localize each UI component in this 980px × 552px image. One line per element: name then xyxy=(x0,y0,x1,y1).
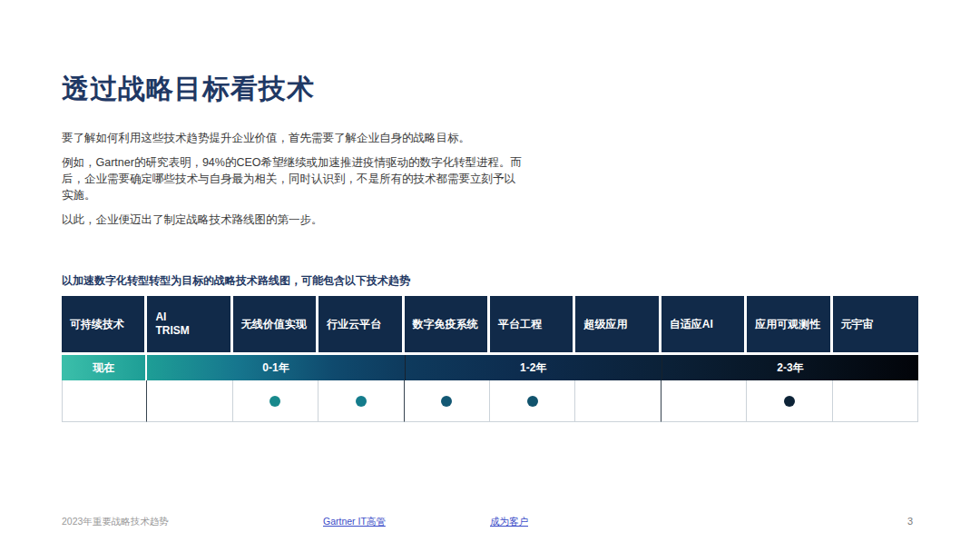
trend-column-header: 无线价值实现 xyxy=(233,296,318,352)
trend-dot-cell xyxy=(747,380,832,422)
intro-paragraph-2: 例如，Gartner的研究表明，94%的CEO希望继续或加速推进疫情驱动的数字化… xyxy=(62,154,526,203)
intro-paragraph-1: 要了解如何利用这些技术趋势提升企业价值，首先需要了解企业自身的战略目标。 xyxy=(62,130,526,146)
trend-empty-cell xyxy=(62,380,147,422)
roadmap-caption: 以加速数字化转型转型为目标的战略技术路线图，可能包含以下技术趋势 xyxy=(62,273,410,289)
trend-column-header: 平台工程 xyxy=(490,296,575,352)
trend-dot-cell xyxy=(233,380,318,422)
trend-dot xyxy=(356,396,367,407)
trend-dot-cell xyxy=(490,380,575,422)
slide-page: 透过战略目标看技术 要了解如何利用这些技术趋势提升企业价值，首先需要了解企业自身… xyxy=(0,0,980,552)
trend-column-header: 应用可观测性 xyxy=(747,296,832,352)
trend-dot xyxy=(441,396,452,407)
footer-report-title: 2023年重要战略技术趋势 xyxy=(62,516,169,528)
timeline-period-0-1yr: 0-1年 xyxy=(147,355,404,380)
trend-column-header: 数字免疫系统 xyxy=(405,296,490,352)
page-title: 透过战略目标看技术 xyxy=(62,71,315,108)
trend-empty-cell xyxy=(147,380,232,422)
footer-link-gartner-it[interactable]: Gartner IT高管 xyxy=(323,516,386,528)
trend-column-label: 应用可观测性 xyxy=(747,318,820,331)
trend-column-label: 自适应AI xyxy=(662,318,713,331)
roadmap-header-row: 可持续技术AI TRISM无线价值实现行业云平台数字免疫系统平台工程超级应用自适… xyxy=(62,296,918,352)
timeline-period-2-3yr: 2-3年 xyxy=(662,355,918,380)
trend-column-label: 行业云平台 xyxy=(318,318,381,331)
trend-column-label: 可持续技术 xyxy=(62,318,124,331)
trend-column-label: AI TRISM xyxy=(147,310,189,338)
timeline-period-1-2yr: 1-2年 xyxy=(405,355,662,380)
page-number: 3 xyxy=(907,516,913,527)
footer: 2023年重要战略技术趋势 Gartner IT高管 成为客户 3 xyxy=(0,511,980,538)
trend-column-header: 超级应用 xyxy=(575,296,661,352)
trend-column-header: 行业云平台 xyxy=(318,296,404,352)
trend-column-header: 元宇宙 xyxy=(833,296,918,352)
roadmap-timeline-row: 现在 0-1年 1-2年 2-3年 xyxy=(62,355,918,380)
timeline-period-label: 0-1年 xyxy=(262,360,289,376)
timeline-now-cell: 现在 xyxy=(62,355,147,380)
intro-text-block: 要了解如何利用这些技术趋势提升企业价值，首先需要了解企业自身的战略目标。 例如，… xyxy=(62,130,526,236)
trend-column-header: AI TRISM xyxy=(147,296,232,352)
trend-column-label: 超级应用 xyxy=(575,318,627,331)
trend-column-header: 可持续技术 xyxy=(62,296,147,352)
timeline-period-label: 1-2年 xyxy=(520,360,546,376)
roadmap-dots-row xyxy=(62,380,918,422)
trend-dot xyxy=(784,396,795,407)
trend-column-label: 平台工程 xyxy=(490,318,542,331)
trend-column-label: 元宇宙 xyxy=(833,318,874,331)
trend-dot-cell xyxy=(318,380,404,422)
roadmap-table: 可持续技术AI TRISM无线价值实现行业云平台数字免疫系统平台工程超级应用自适… xyxy=(62,296,918,422)
trend-dot xyxy=(527,396,538,407)
timeline-period-label: 2-3年 xyxy=(777,360,803,376)
intro-paragraph-3: 以此，企业便迈出了制定战略技术路线图的第一步。 xyxy=(62,212,526,228)
trend-column-label: 数字免疫系统 xyxy=(405,318,478,331)
footer-link-become-client[interactable]: 成为客户 xyxy=(490,516,528,528)
trend-empty-cell xyxy=(662,380,747,422)
timeline-now-label: 现在 xyxy=(93,360,114,376)
trend-empty-cell xyxy=(575,380,661,422)
trend-column-label: 无线价值实现 xyxy=(233,318,307,331)
trend-dot-cell xyxy=(405,380,490,422)
trend-column-header: 自适应AI xyxy=(662,296,747,352)
trend-dot xyxy=(270,396,280,407)
trend-empty-cell xyxy=(833,380,918,422)
